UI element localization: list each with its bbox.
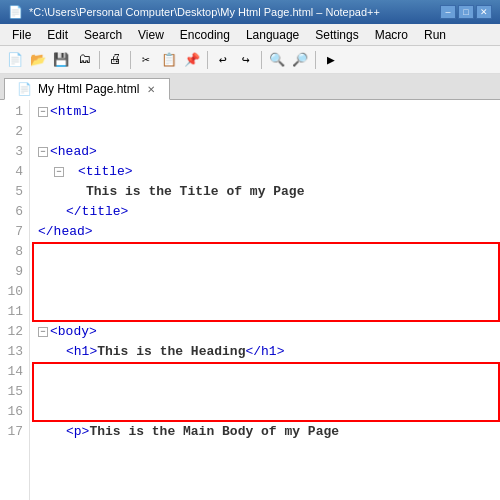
code-line-5: This is the Title of my Page [38, 182, 492, 202]
code-line-2 [38, 122, 492, 142]
menu-run[interactable]: Run [416, 24, 454, 45]
code-line-14 [38, 362, 492, 382]
code-line-8 [38, 242, 492, 262]
run-icon[interactable]: ▶ [320, 49, 342, 71]
minimize-button[interactable]: – [440, 5, 456, 19]
menu-macro[interactable]: Macro [367, 24, 416, 45]
code-line-6: </title> [38, 202, 492, 222]
window-controls: – □ ✕ [440, 5, 492, 19]
collapse-1[interactable]: − [38, 107, 48, 117]
undo-icon[interactable]: ↩ [212, 49, 234, 71]
toolbar-sep-1 [99, 51, 100, 69]
tag-title-close: </title> [66, 202, 128, 222]
maximize-button[interactable]: □ [458, 5, 474, 19]
tab-bar: 📄 My Html Page.html ✕ [0, 74, 500, 100]
tag-h1-open: <h1> [66, 342, 97, 362]
toolbar: 📄 📂 💾 🗂 🖨 ✂ 📋 📌 ↩ ↪ 🔍 🔎 ▶ [0, 46, 500, 74]
code-line-7: </head> [38, 222, 492, 242]
toolbar-sep-4 [261, 51, 262, 69]
code-line-15 [38, 382, 492, 402]
code-line-13: <h1>This is the Heading</h1> [38, 342, 492, 362]
tag-p-open: <p> [66, 422, 89, 442]
editor-wrapper: 1 2 3 4 5 6 7 8 9 10 11 12 13 14 15 16 1… [0, 100, 500, 500]
new-file-icon[interactable]: 📄 [4, 49, 26, 71]
collapse-12[interactable]: − [38, 327, 48, 337]
tab-html-file[interactable]: 📄 My Html Page.html ✕ [4, 78, 170, 100]
collapse-3[interactable]: − [38, 147, 48, 157]
find-icon[interactable]: 🔍 [266, 49, 288, 71]
tab-label: My Html Page.html [38, 82, 139, 96]
code-line-1: − <html> [38, 102, 492, 122]
window-title: *C:\Users\Personal Computer\Desktop\My H… [29, 6, 434, 18]
print-icon[interactable]: 🖨 [104, 49, 126, 71]
toolbar-sep-2 [130, 51, 131, 69]
code-line-16 [38, 402, 492, 422]
redo-icon[interactable]: ↪ [235, 49, 257, 71]
tag-h1-close: </h1> [245, 342, 284, 362]
menu-language[interactable]: Language [238, 24, 307, 45]
open-icon[interactable]: 📂 [27, 49, 49, 71]
tab-close-button[interactable]: ✕ [145, 83, 157, 95]
line-numbers: 1 2 3 4 5 6 7 8 9 10 11 12 13 14 15 16 1… [0, 100, 30, 500]
code-line-11 [38, 302, 492, 322]
toolbar-sep-5 [315, 51, 316, 69]
toolbar-sep-3 [207, 51, 208, 69]
code-line-4: − <title> [38, 162, 492, 182]
body-text: This is the Main Body of my Page [89, 422, 339, 442]
code-line-3: − <head> [38, 142, 492, 162]
menu-bar: File Edit Search View Encoding Language … [0, 24, 500, 46]
menu-search[interactable]: Search [76, 24, 130, 45]
tag-title-open: <title> [78, 162, 133, 182]
menu-view[interactable]: View [130, 24, 172, 45]
paste-icon[interactable]: 📌 [181, 49, 203, 71]
tag-head-close: </head> [38, 222, 93, 242]
save-icon[interactable]: 💾 [50, 49, 72, 71]
heading-text: This is the Heading [97, 342, 245, 362]
menu-settings[interactable]: Settings [307, 24, 366, 45]
code-line-10 [38, 282, 492, 302]
tab-icon: 📄 [17, 82, 32, 96]
collapse-4[interactable]: − [54, 167, 64, 177]
save-all-icon[interactable]: 🗂 [73, 49, 95, 71]
code-line-9 [38, 262, 492, 282]
code-area[interactable]: − <html> − <head> − <title> This is the … [30, 100, 500, 500]
tag-head-open: <head> [50, 142, 97, 162]
cut-icon[interactable]: ✂ [135, 49, 157, 71]
close-button[interactable]: ✕ [476, 5, 492, 19]
menu-file[interactable]: File [4, 24, 39, 45]
copy-icon[interactable]: 📋 [158, 49, 180, 71]
app-icon: 📄 [8, 5, 23, 19]
zoom-in-icon[interactable]: 🔎 [289, 49, 311, 71]
title-bar: 📄 *C:\Users\Personal Computer\Desktop\My… [0, 0, 500, 24]
menu-edit[interactable]: Edit [39, 24, 76, 45]
tag-html-open: <html> [50, 102, 97, 122]
tag-body-open: <body> [50, 322, 97, 342]
code-line-12: − <body> [38, 322, 492, 342]
page-title-text: This is the Title of my Page [86, 182, 304, 202]
editor[interactable]: 1 2 3 4 5 6 7 8 9 10 11 12 13 14 15 16 1… [0, 100, 500, 500]
code-line-17: <p>This is the Main Body of my Page [38, 422, 492, 442]
menu-encoding[interactable]: Encoding [172, 24, 238, 45]
